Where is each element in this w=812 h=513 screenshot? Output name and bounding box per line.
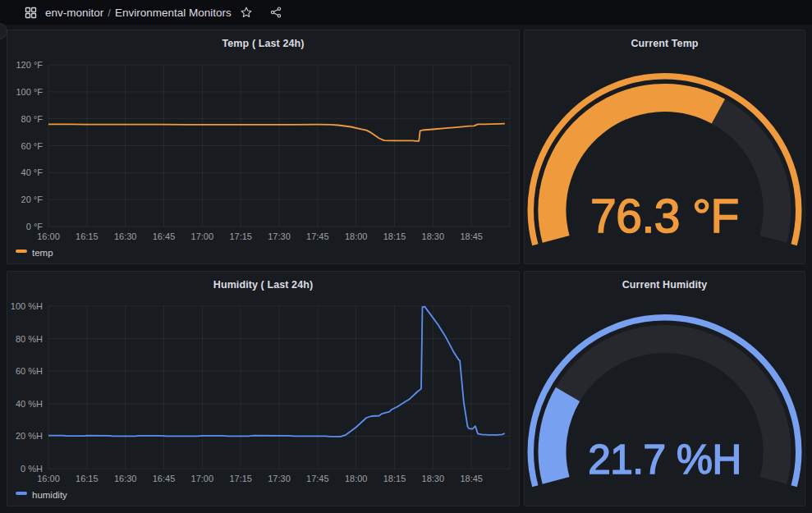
svg-text:16:45: 16:45 xyxy=(153,474,176,483)
svg-text:40 °F: 40 °F xyxy=(21,167,44,177)
svg-text:16:30: 16:30 xyxy=(114,231,137,241)
svg-text:16:15: 16:15 xyxy=(76,231,99,241)
svg-text:humidity: humidity xyxy=(32,490,67,500)
svg-text:18:30: 18:30 xyxy=(422,231,445,241)
svg-text:16:45: 16:45 xyxy=(153,231,176,241)
svg-text:16:15: 16:15 xyxy=(76,474,99,483)
dashboards-grid-icon[interactable] xyxy=(23,5,38,20)
panel-current-temp: Current Temp 76.3 °F xyxy=(524,30,805,264)
svg-text:100 °F: 100 °F xyxy=(16,87,43,97)
svg-text:temp: temp xyxy=(32,248,53,258)
svg-text:40 %H: 40 %H xyxy=(16,399,43,409)
svg-text:18:45: 18:45 xyxy=(460,231,483,241)
breadcrumb: env-monitor / Environmental Monitors xyxy=(45,7,232,19)
breadcrumb-dashboard[interactable]: Environmental Monitors xyxy=(115,7,232,19)
svg-text:18:00: 18:00 xyxy=(345,231,368,241)
breadcrumb-separator: / xyxy=(108,7,111,19)
svg-text:18:00: 18:00 xyxy=(345,474,368,483)
svg-text:18:15: 18:15 xyxy=(383,474,406,483)
panel-title-humidity-history[interactable]: Humidity ( Last 24h) xyxy=(7,272,519,295)
svg-text:20 %H: 20 %H xyxy=(16,431,43,441)
panel-humidity-history: Humidity ( Last 24h) 0 %H20 %H40 %H60 %H… xyxy=(7,271,520,506)
svg-text:17:45: 17:45 xyxy=(306,474,329,483)
svg-text:17:45: 17:45 xyxy=(306,231,329,241)
temp-history-chart[interactable]: 0 °F20 °F40 °F60 °F80 °F100 °F120 °F16:0… xyxy=(7,53,519,263)
svg-text:16:00: 16:00 xyxy=(37,231,60,241)
svg-text:60 %H: 60 %H xyxy=(16,366,43,376)
svg-text:17:15: 17:15 xyxy=(229,474,252,483)
humidity-history-chart[interactable]: 0 %H20 %H40 %H60 %H80 %H100 %H16:0016:15… xyxy=(7,295,519,506)
svg-text:16:30: 16:30 xyxy=(114,474,137,483)
share-icon[interactable] xyxy=(268,5,283,20)
dashboard-grid: Temp ( Last 24h) 0 °F20 °F40 °F60 °F80 °… xyxy=(0,25,812,513)
svg-text:80 %H: 80 %H xyxy=(16,334,43,344)
svg-text:17:30: 17:30 xyxy=(268,231,291,241)
svg-text:120 °F: 120 °F xyxy=(16,60,43,70)
svg-text:17:00: 17:00 xyxy=(191,231,214,241)
svg-text:76.3 °F: 76.3 °F xyxy=(590,190,739,242)
svg-text:80 °F: 80 °F xyxy=(21,114,44,124)
svg-text:18:30: 18:30 xyxy=(422,474,445,483)
svg-text:18:15: 18:15 xyxy=(383,231,406,241)
panel-title-current-temp[interactable]: Current Temp xyxy=(525,30,805,53)
svg-text:16:00: 16:00 xyxy=(37,474,60,483)
panel-temp-history: Temp ( Last 24h) 0 °F20 °F40 °F60 °F80 °… xyxy=(7,30,520,264)
svg-text:17:00: 17:00 xyxy=(191,474,214,483)
svg-text:20 °F: 20 °F xyxy=(21,195,44,204)
svg-text:18:45: 18:45 xyxy=(460,474,483,483)
svg-text:17:15: 17:15 xyxy=(229,231,252,241)
panel-current-humidity: Current Humidity 21.7 %H xyxy=(524,271,805,506)
svg-text:21.7 %H: 21.7 %H xyxy=(588,437,741,482)
svg-text:60 °F: 60 °F xyxy=(21,141,44,151)
star-icon[interactable] xyxy=(239,5,254,20)
svg-text:100 %H: 100 %H xyxy=(11,301,43,311)
svg-text:17:30: 17:30 xyxy=(268,474,291,483)
top-nav: env-monitor / Environmental Monitors xyxy=(0,0,812,25)
svg-text:0 %H: 0 %H xyxy=(21,464,43,474)
current-humidity-gauge: 21.7 %H xyxy=(525,295,805,506)
current-temp-gauge: 76.3 °F xyxy=(525,53,805,263)
panel-title-current-humidity[interactable]: Current Humidity xyxy=(525,272,805,295)
svg-text:0 °F: 0 °F xyxy=(26,222,44,231)
panel-title-temp-history[interactable]: Temp ( Last 24h) xyxy=(7,30,519,53)
breadcrumb-folder[interactable]: env-monitor xyxy=(45,7,103,19)
